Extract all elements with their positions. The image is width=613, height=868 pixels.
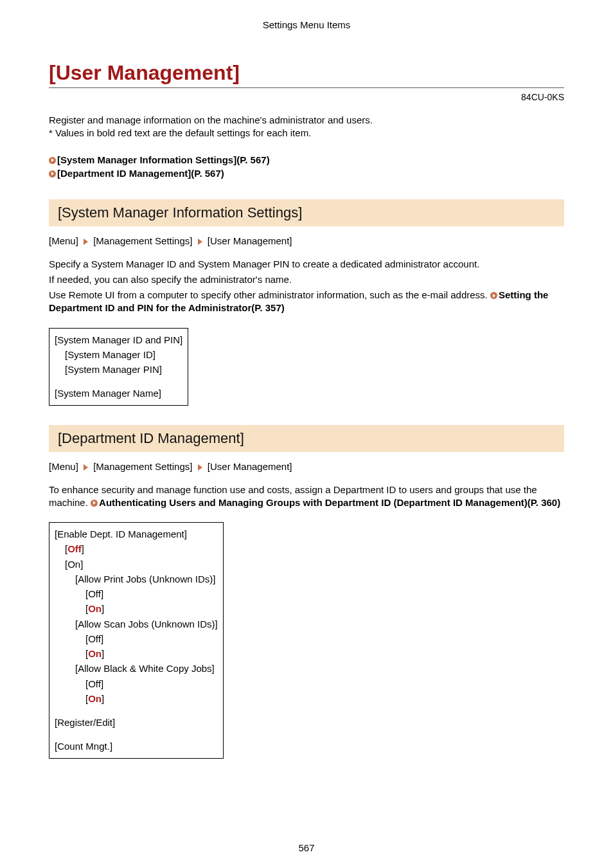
section-heading-sysmgr: [System Manager Information Settings] <box>49 199 564 226</box>
intro-line-1: Register and manage information on the m… <box>49 114 564 127</box>
chevron-right-icon <box>198 239 202 245</box>
breadcrumb-part: [Management Settings] <box>93 235 192 246</box>
sysmgr-desc-3-text: Use Remote UI from a computer to specify… <box>49 289 490 300</box>
box-row: [On] <box>55 557 218 572</box>
box-row: [System Manager Name] <box>55 386 182 401</box>
box-row: [On] <box>55 691 218 706</box>
box-row: [Register/Edit] <box>55 715 218 730</box>
box-row: [System Manager ID] <box>55 347 182 362</box>
box-row: [Off] <box>55 676 218 691</box>
breadcrumb-sysmgr: [Menu] [Management Settings] [User Manag… <box>49 235 564 246</box>
play-icon <box>91 500 98 507</box>
chevron-right-icon <box>84 239 88 245</box>
box-row: [System Manager PIN] <box>55 362 182 377</box>
box-row: [Allow Black & White Copy Jobs] <box>55 661 218 676</box>
chevron-right-icon <box>198 464 202 471</box>
page-number: 567 <box>49 842 564 853</box>
play-icon <box>49 157 56 164</box>
bracket: ] <box>82 543 84 554</box>
chevron-right-icon <box>84 464 88 471</box>
default-value: Off <box>67 543 82 554</box>
box-row: [System Manager ID and PIN] <box>55 332 182 347</box>
breadcrumb-part: [Menu] <box>49 235 78 246</box>
box-row: [Off] <box>55 631 218 646</box>
box-row: [Enable Dept. ID Management] <box>55 527 218 541</box>
box-row: [Count Mngt.] <box>55 739 218 754</box>
box-row: [On] <box>55 646 218 661</box>
sysmgr-settings-box: [System Manager ID and PIN] [System Mana… <box>49 328 188 406</box>
box-row: [Allow Scan Jobs (Unknown IDs)] <box>55 617 218 631</box>
sysmgr-desc-3: Use Remote UI from a computer to specify… <box>49 289 564 315</box>
box-row: [Allow Print Jobs (Unknown IDs)] <box>55 572 218 586</box>
toc-item-1-label: [System Manager Information Settings](P.… <box>57 154 270 165</box>
box-row: [Off] <box>55 586 218 601</box>
breadcrumb-deptid: [Menu] [Management Settings] [User Manag… <box>49 461 564 472</box>
deptid-settings-box: [Enable Dept. ID Management] [Off] [On] … <box>49 522 224 759</box>
box-row: [Off] <box>55 541 218 556</box>
box-row: [On] <box>55 601 218 616</box>
toc: [System Manager Information Settings](P.… <box>49 153 564 180</box>
breadcrumb-part: [Management Settings] <box>93 461 192 472</box>
sysmgr-desc-2: If needed, you can also specify the admi… <box>49 273 564 286</box>
header-category: Settings Menu Items <box>49 19 564 30</box>
play-icon <box>490 292 497 299</box>
default-value: On <box>88 693 102 704</box>
toc-item-1[interactable]: [System Manager Information Settings](P.… <box>49 153 564 167</box>
intro-block: Register and manage information on the m… <box>49 114 564 140</box>
bracket: ] <box>102 648 104 659</box>
breadcrumb-part: [User Management] <box>208 461 292 472</box>
deptid-desc: To enhance security and manage function … <box>49 484 564 510</box>
bracket: ] <box>102 693 104 704</box>
sysmgr-desc-1: Specify a System Manager ID and System M… <box>49 258 564 271</box>
toc-item-2[interactable]: [Department ID Management](P. 567) <box>49 167 564 180</box>
page-title: [User Management] <box>49 61 564 88</box>
doc-code: 84CU-0KS <box>49 92 564 102</box>
breadcrumb-part: [User Management] <box>208 235 292 246</box>
breadcrumb-part: [Menu] <box>49 461 78 472</box>
deptid-xref[interactable]: Authenticating Users and Managing Groups… <box>99 497 560 508</box>
default-value: On <box>88 648 102 659</box>
toc-item-2-label: [Department ID Management](P. 567) <box>57 168 224 179</box>
section-heading-deptid: [Department ID Management] <box>49 425 564 452</box>
default-value: On <box>88 603 102 614</box>
intro-line-2: * Values in bold red text are the defaul… <box>49 127 564 140</box>
play-icon <box>49 170 56 177</box>
bracket: ] <box>102 603 104 614</box>
